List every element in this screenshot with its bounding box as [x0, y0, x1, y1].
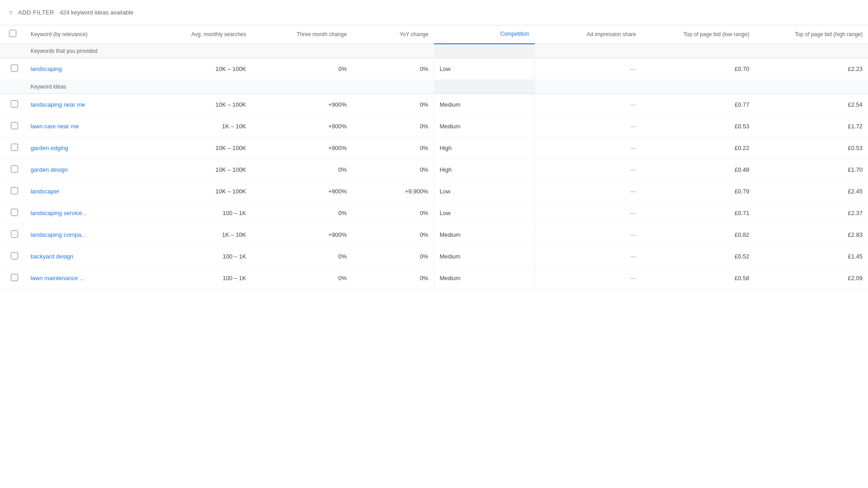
keyword-cell[interactable]: landscaping compa... [25, 224, 151, 245]
avg-monthly-cell: 10K – 100K [151, 159, 252, 180]
keyword-cell[interactable]: lawn maintenance ... [25, 267, 151, 289]
keyword-table: Keyword (by relevance) Avg. monthly sear… [0, 25, 868, 289]
three-month-cell: +900% [251, 180, 352, 202]
yoy-cell: +9,900% [352, 180, 434, 202]
ad-impression-cell: — [535, 267, 642, 289]
select-all-checkbox[interactable] [9, 30, 16, 37]
yoy-cell: 0% [352, 224, 434, 245]
top-bid-high-cell: £2.45 [755, 180, 868, 202]
keyword-cell[interactable]: landscaping [25, 58, 151, 80]
section-filler [434, 44, 535, 58]
top-bid-high-cell: £2.23 [755, 58, 868, 80]
top-bid-low-cell: £0.71 [642, 202, 755, 224]
competition-cell: Medium [434, 267, 535, 289]
yoy-cell: 0% [352, 137, 434, 159]
ad-impression-cell: — [535, 94, 642, 115]
three-month-cell: +900% [251, 115, 352, 137]
yoy-cell: 0% [352, 267, 434, 289]
row-checkbox[interactable] [11, 122, 18, 129]
col-header-top-low[interactable]: Top of page bid (low range) [642, 25, 755, 44]
ad-impression-cell: — [535, 180, 642, 202]
section-header-row: Keyword ideas [0, 80, 868, 94]
filter-icon: ▿ [9, 8, 13, 17]
competition-cell: Low [434, 202, 535, 224]
col-header-checkbox[interactable] [0, 25, 25, 44]
col-header-three-month[interactable]: Three month change [251, 25, 352, 44]
ad-impression-cell: — [535, 137, 642, 159]
row-checkbox[interactable] [11, 165, 18, 173]
competition-cell: Medium [434, 224, 535, 245]
col-header-keyword[interactable]: Keyword (by relevance) [25, 25, 151, 44]
yoy-cell: 0% [352, 94, 434, 115]
keyword-cell[interactable]: backyard design [25, 245, 151, 267]
row-checkbox[interactable] [11, 100, 18, 108]
top-bid-low-cell: £0.52 [642, 245, 755, 267]
competition-cell: Low [434, 58, 535, 80]
section-filler [0, 80, 25, 94]
competition-cell: Medium [434, 94, 535, 115]
keyword-cell[interactable]: lawn care near me [25, 115, 151, 137]
row-checkbox[interactable] [11, 230, 18, 238]
three-month-cell: 0% [251, 202, 352, 224]
section-filler [535, 44, 868, 58]
avg-monthly-cell: 1K – 10K [151, 115, 252, 137]
row-checkbox[interactable] [11, 274, 18, 281]
avg-monthly-cell: 10K – 100K [151, 58, 252, 80]
table-row: lawn care near me1K – 10K+900%0%Medium—£… [0, 115, 868, 137]
top-bid-high-cell: £2.83 [755, 224, 868, 245]
yoy-cell: 0% [352, 245, 434, 267]
top-bid-high-cell: £1.70 [755, 159, 868, 180]
top-bid-low-cell: £0.53 [642, 115, 755, 137]
yoy-cell: 0% [352, 115, 434, 137]
col-header-yoy[interactable]: YoY change [352, 25, 434, 44]
table-row: backyard design100 – 1K0%0%Medium—£0.52£… [0, 245, 868, 267]
keyword-cell[interactable]: landscaper [25, 180, 151, 202]
table-row: landscaper10K – 100K+900%+9,900%Low—£0.7… [0, 180, 868, 202]
top-bid-high-cell: £1.72 [755, 115, 868, 137]
top-bid-high-cell: £1.45 [755, 245, 868, 267]
add-filter-button[interactable]: ADD FILTER [18, 9, 54, 16]
section-filler [535, 80, 868, 94]
competition-cell: Medium [434, 245, 535, 267]
competition-cell: High [434, 159, 535, 180]
keyword-cell[interactable]: landscaping near me [25, 94, 151, 115]
competition-cell: Medium [434, 115, 535, 137]
row-checkbox[interactable] [11, 65, 18, 72]
table-row: landscaping service...100 – 1K0%0%Low—£0… [0, 202, 868, 224]
col-header-ad-impression[interactable]: Ad impression share [535, 25, 642, 44]
three-month-cell: 0% [251, 245, 352, 267]
yoy-cell: 0% [352, 58, 434, 80]
row-checkbox[interactable] [11, 209, 18, 216]
section-filler [434, 80, 535, 94]
three-month-cell: 0% [251, 159, 352, 180]
keyword-cell[interactable]: landscaping service... [25, 202, 151, 224]
top-bid-high-cell: £2.37 [755, 202, 868, 224]
row-checkbox[interactable] [11, 187, 18, 194]
section-filler [0, 44, 25, 58]
top-bid-low-cell: £0.58 [642, 267, 755, 289]
col-header-top-high[interactable]: Top of page bid (high range) [755, 25, 868, 44]
three-month-cell: 0% [251, 267, 352, 289]
three-month-cell: 0% [251, 58, 352, 80]
top-bid-low-cell: £0.22 [642, 137, 755, 159]
ad-impression-cell: — [535, 202, 642, 224]
ad-impression-cell: — [535, 115, 642, 137]
col-header-avg[interactable]: Avg. monthly searches [151, 25, 252, 44]
table-row: landscaping10K – 100K0%0%Low—£0.70£2.23 [0, 58, 868, 80]
top-bid-low-cell: £0.77 [642, 94, 755, 115]
yoy-cell: 0% [352, 202, 434, 224]
keyword-cell[interactable]: garden edging [25, 137, 151, 159]
avg-monthly-cell: 10K – 100K [151, 180, 252, 202]
keyword-table-wrapper: Keyword (by relevance) Avg. monthly sear… [0, 25, 868, 289]
ad-impression-cell: — [535, 58, 642, 80]
yoy-cell: 0% [352, 159, 434, 180]
top-bid-low-cell: £0.70 [642, 58, 755, 80]
row-checkbox[interactable] [11, 144, 18, 151]
competition-cell: High [434, 137, 535, 159]
ad-impression-cell: — [535, 224, 642, 245]
row-checkbox[interactable] [11, 252, 18, 259]
avg-monthly-cell: 100 – 1K [151, 245, 252, 267]
table-row: garden edging10K – 100K+900%0%High—£0.22… [0, 137, 868, 159]
col-header-competition[interactable]: Competition [434, 25, 535, 44]
keyword-cell[interactable]: garden design [25, 159, 151, 180]
